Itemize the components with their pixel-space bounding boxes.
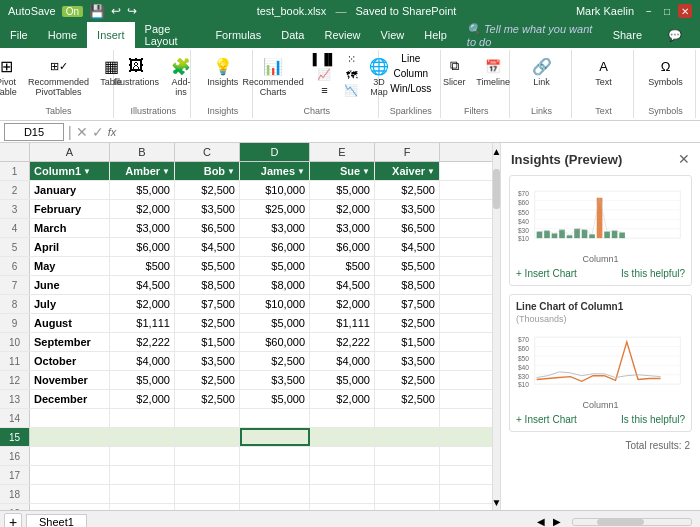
cell-f17[interactable] [375, 466, 440, 484]
scroll-track[interactable] [493, 159, 500, 494]
cell-e16[interactable] [310, 447, 375, 465]
cell-f19[interactable] [375, 504, 440, 510]
insights-button[interactable]: 💡 Insights [203, 52, 242, 90]
scroll-down-arrow[interactable]: ▼ [493, 494, 500, 510]
cell-f1[interactable]: Xaiver ▼ [375, 162, 440, 180]
cell-d10[interactable]: $60,000 [240, 333, 310, 351]
recommended-charts-button[interactable]: 📊 RecommendedCharts [239, 52, 308, 100]
cell-f15[interactable] [375, 428, 440, 446]
cell-d2[interactable]: $10,000 [240, 181, 310, 199]
cell-a16[interactable] [30, 447, 110, 465]
bar-chart-button[interactable]: ≡ [310, 83, 339, 97]
tab-view[interactable]: View [371, 22, 415, 48]
cell-c4[interactable]: $6,500 [175, 219, 240, 237]
fx-button[interactable]: ✕ [76, 124, 88, 140]
insights-close-button[interactable]: ✕ [678, 151, 690, 167]
cell-b11[interactable]: $4,000 [110, 352, 175, 370]
cell-b4[interactable]: $3,000 [110, 219, 175, 237]
cell-e4[interactable]: $3,000 [310, 219, 375, 237]
insert-chart-1-button[interactable]: + Insert Chart [516, 268, 577, 279]
col-header-b[interactable]: B [110, 143, 175, 161]
cell-c11[interactable]: $3,500 [175, 352, 240, 370]
cell-f18[interactable] [375, 485, 440, 503]
cell-f13[interactable]: $2,500 [375, 390, 440, 408]
autosave-toggle[interactable]: On [62, 6, 83, 17]
cell-d11[interactable]: $2,500 [240, 352, 310, 370]
quick-access-save[interactable]: 💾 [89, 4, 105, 19]
cell-c12[interactable]: $2,500 [175, 371, 240, 389]
close-button[interactable]: ✕ [678, 4, 692, 18]
sheet-tab-sheet1[interactable]: Sheet1 [26, 514, 87, 528]
symbols-button[interactable]: Ω Symbols [644, 52, 687, 90]
cell-b7[interactable]: $4,500 [110, 276, 175, 294]
scroll-tabs-left[interactable]: ◀ [534, 516, 548, 527]
cell-b5[interactable]: $6,000 [110, 238, 175, 256]
grid-body[interactable]: 1 Column1 ▼ Amber ▼ Bob ▼ James ▼ Sue ▼ … [0, 162, 492, 510]
cell-d12[interactable]: $3,500 [240, 371, 310, 389]
cell-e7[interactable]: $4,500 [310, 276, 375, 294]
scroll-up-arrow[interactable]: ▲ [493, 143, 500, 159]
minimize-button[interactable]: − [642, 4, 656, 18]
vertical-scrollbar[interactable]: ▲ ▼ [492, 143, 500, 510]
sparkline-column-button[interactable]: Column [387, 67, 434, 80]
scatter-chart-button[interactable]: ⁙ [341, 52, 361, 67]
cell-d7[interactable]: $8,000 [240, 276, 310, 294]
cell-b17[interactable] [110, 466, 175, 484]
cell-d13[interactable]: $5,000 [240, 390, 310, 408]
cell-c17[interactable] [175, 466, 240, 484]
col-header-e[interactable]: E [310, 143, 375, 161]
pivot-table-button[interactable]: ⊞ PivotTable [0, 52, 22, 100]
cell-d17[interactable] [240, 466, 310, 484]
cell-f6[interactable]: $5,500 [375, 257, 440, 275]
quick-access-undo[interactable]: ↩ [111, 4, 121, 18]
cell-d3[interactable]: $25,000 [240, 200, 310, 218]
cell-a15[interactable] [30, 428, 110, 446]
cell-f12[interactable]: $2,500 [375, 371, 440, 389]
cell-e2[interactable]: $5,000 [310, 181, 375, 199]
cell-b19[interactable] [110, 504, 175, 510]
cell-b12[interactable]: $5,000 [110, 371, 175, 389]
cell-a19[interactable] [30, 504, 110, 510]
cell-a13[interactable]: December [30, 390, 110, 408]
recommended-pivot-button[interactable]: ⊞✓ RecommendedPivotTables [24, 52, 93, 100]
cell-d8[interactable]: $10,000 [240, 295, 310, 313]
sparkline-winloss-button[interactable]: Win/Loss [387, 82, 434, 95]
cell-a18[interactable] [30, 485, 110, 503]
tab-page-layout[interactable]: Page Layout [135, 22, 206, 48]
cell-a4[interactable]: March [30, 219, 110, 237]
text-box-button[interactable]: A Text [588, 52, 620, 90]
cell-c2[interactable]: $2,500 [175, 181, 240, 199]
cell-d18[interactable] [240, 485, 310, 503]
cell-a3[interactable]: February [30, 200, 110, 218]
helpful-2-button[interactable]: Is this helpful? [621, 414, 685, 425]
cell-a12[interactable]: November [30, 371, 110, 389]
cell-e14[interactable] [310, 409, 375, 427]
cell-e11[interactable]: $4,000 [310, 352, 375, 370]
tab-review[interactable]: Review [314, 22, 370, 48]
cell-a5[interactable]: April [30, 238, 110, 256]
cell-d14[interactable] [240, 409, 310, 427]
cell-a1[interactable]: Column1 ▼ [30, 162, 110, 180]
slicer-button[interactable]: ⧉ Slicer [438, 52, 470, 90]
maximize-button[interactable]: □ [660, 4, 674, 18]
cell-e5[interactable]: $6,000 [310, 238, 375, 256]
cell-b2[interactable]: $5,000 [110, 181, 175, 199]
column-chart-button[interactable]: ▌▐▌ [310, 52, 339, 66]
add-sheet-button[interactable]: + [4, 513, 22, 528]
cell-c18[interactable] [175, 485, 240, 503]
col-header-d[interactable]: D [240, 143, 310, 161]
cell-d9[interactable]: $5,000 [240, 314, 310, 332]
quick-access-redo[interactable]: ↪ [127, 4, 137, 18]
cell-f10[interactable]: $1,500 [375, 333, 440, 351]
cell-e13[interactable]: $2,000 [310, 390, 375, 408]
cell-f8[interactable]: $7,500 [375, 295, 440, 313]
cell-b14[interactable] [110, 409, 175, 427]
tab-help[interactable]: Help [414, 22, 457, 48]
cell-c15[interactable] [175, 428, 240, 446]
col-header-c[interactable]: C [175, 143, 240, 161]
cell-b8[interactable]: $2,000 [110, 295, 175, 313]
cell-e15[interactable] [310, 428, 375, 446]
cell-c14[interactable] [175, 409, 240, 427]
illustrations-button[interactable]: 🖼 Illustrations [110, 52, 164, 90]
cell-e9[interactable]: $1,111 [310, 314, 375, 332]
